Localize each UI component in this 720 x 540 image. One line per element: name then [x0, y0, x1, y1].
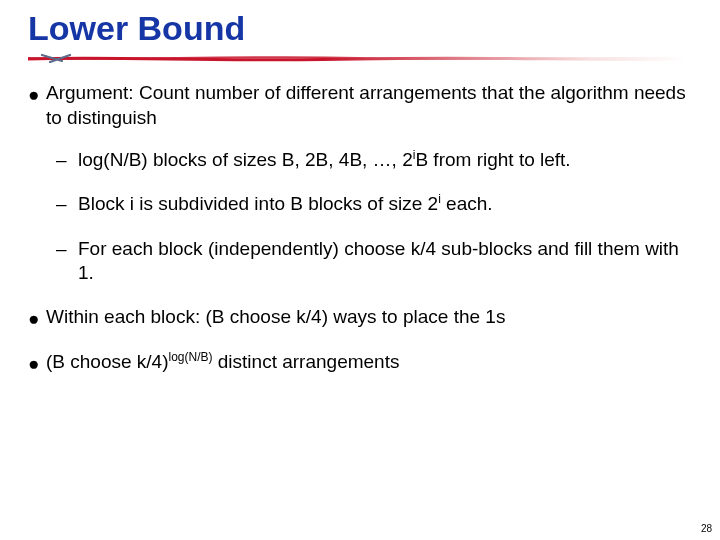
bullet-text: log(N/B) blocks of sizes B, 2B, 4B, …, 2… — [78, 148, 700, 172]
bullet-text: For each block (independently) choose k/… — [78, 237, 700, 286]
list-item: ● Argument: Count number of different ar… — [28, 81, 700, 130]
bullet-icon: ● — [28, 81, 46, 130]
bullet-text: Block i is subdivided into B blocks of s… — [78, 192, 700, 216]
brush-rule-icon — [28, 53, 688, 63]
list-item: ● Within each block: (B choose k/4) ways… — [28, 305, 700, 331]
bullet-text: Argument: Count number of different arra… — [46, 81, 700, 130]
page-number: 28 — [701, 523, 712, 534]
dash-icon: – — [56, 148, 78, 172]
dash-icon: – — [56, 237, 78, 286]
bullet-icon: ● — [28, 350, 46, 376]
list-item: – Block i is subdivided into B blocks of… — [56, 192, 700, 216]
list-item: – log(N/B) blocks of sizes B, 2B, 4B, …,… — [56, 148, 700, 172]
page-title: Lower Bound — [28, 10, 700, 47]
dash-icon: – — [56, 192, 78, 216]
bullet-icon: ● — [28, 305, 46, 331]
slide-body: ● Argument: Count number of different ar… — [28, 81, 700, 376]
title-underline — [28, 53, 700, 63]
list-item: ● (B choose k/4)log(N/B) distinct arrang… — [28, 350, 700, 376]
bullet-text: Within each block: (B choose k/4) ways t… — [46, 305, 700, 331]
list-item: – For each block (independently) choose … — [56, 237, 700, 286]
bullet-text: (B choose k/4)log(N/B) distinct arrangem… — [46, 350, 700, 376]
